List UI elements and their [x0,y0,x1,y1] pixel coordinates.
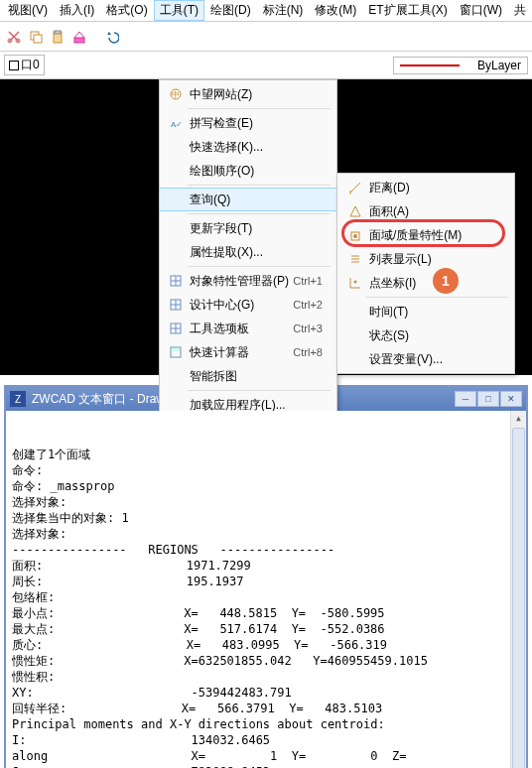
grid-icon [166,274,186,288]
svg-point-30 [354,281,357,284]
svg-rect-20 [172,348,180,351]
bylayer-box[interactable]: ByLayer [393,57,528,74]
menu-8[interactable]: 窗口(W) [454,0,508,21]
menu-separator [188,266,331,267]
submenu-item-label: 面域/质量特性(M) [365,227,506,244]
menu-0[interactable]: 视图(V) [2,0,54,21]
query-item-2[interactable]: 面域/质量特性(M) [337,223,514,247]
command-output: 创建了1个面域 命令: 命令: _massprop 选择对象: 选择集当中的对象… [12,447,520,768]
tools-item-2[interactable]: 快速选择(K)... [160,135,336,159]
menu-1[interactable]: 插入(I) [54,0,100,21]
svg-rect-6 [74,38,84,43]
grid-icon [166,298,186,312]
tools-item-1[interactable]: A✓拼写检查(E) [160,111,336,135]
pt-icon [345,276,365,290]
menu-item-label: 快速计算器 [186,344,293,361]
text-window-body: 创建了1个面域 命令: 命令: _massprop 选择对象: 选择集当中的对象… [6,411,526,768]
menu-item-label: 绘图顺序(O) [186,163,323,180]
svg-point-24 [353,234,357,238]
dist-icon [345,181,365,194]
abc-icon: A✓ [166,116,186,130]
menu-item-label: 更新字段(T) [186,220,323,237]
minimize-button[interactable]: ─ [455,391,476,407]
menu-item-label: 智能拆图 [186,368,323,385]
menu-separator [188,213,331,214]
scroll-thumb[interactable] [512,428,525,768]
submenu-item-label: 状态(S) [365,327,506,344]
menu-item-label: 设计中心(G) [186,297,293,314]
menu-6[interactable]: 修改(M) [309,0,362,21]
query-item-4[interactable]: 点坐标(I) [337,271,514,295]
submenu-item-label: 面积(A) [365,203,506,220]
copy-icon[interactable] [26,27,46,47]
list-icon [345,252,365,266]
shortcut-label: Ctrl+3 [293,322,323,334]
scroll-up-icon[interactable]: ▲ [511,411,526,427]
tools-item-9[interactable]: 工具选项板Ctrl+3 [160,317,336,340]
undo-icon[interactable] [101,27,121,47]
menu-item-label: 查询(Q) [186,192,323,208]
menu-9[interactable]: 共 [508,0,532,21]
query-item-0[interactable]: 距离(D) [337,176,514,199]
svg-text:A✓: A✓ [171,120,183,129]
menu-separator [188,390,331,391]
svg-rect-5 [55,31,61,34]
area-icon [345,204,365,218]
query-item-6[interactable]: 状态(S) [337,323,514,347]
grid-icon [166,321,186,335]
mass-icon [345,228,365,242]
submenu-item-label: 时间(T) [365,304,506,320]
menu-item-label: 拼写检查(E) [186,115,323,132]
menu-7[interactable]: ET扩展工具(X) [362,0,453,21]
query-item-7[interactable]: 设置变量(V)... [337,347,514,371]
tools-item-11[interactable]: 智能拆图 [160,364,336,388]
shortcut-label: Ctrl+1 [293,275,323,287]
tools-item-6[interactable]: 属性提取(X)... [160,240,336,264]
menu-separator [365,297,508,298]
menu-5[interactable]: 标注(N) [257,0,310,21]
menu-item-label: 属性提取(X)... [186,244,323,261]
svg-rect-3 [34,35,42,43]
query-submenu: 距离(D)面积(A)面域/质量特性(M)列表显示(L)点坐标(I)时间(T)状态… [336,173,515,374]
menu-separator [188,108,331,109]
tools-item-10[interactable]: 快速计算器Ctrl+8 [160,340,336,364]
text-window: Z ZWCAD 文本窗口 - Drawing1 ─ □ ✕ 创建了1个面域 命令… [4,385,528,768]
svg-line-21 [350,183,360,192]
menu-4[interactable]: 绘图(D) [204,0,257,21]
query-item-3[interactable]: 列表显示(L) [337,247,514,271]
cut-icon[interactable] [4,27,24,47]
tools-item-3[interactable]: 绘图顺序(O) [160,159,336,183]
tools-item-7[interactable]: 对象特性管理器(P)Ctrl+1 [160,269,336,293]
shortcut-label: Ctrl+8 [293,346,323,358]
submenu-item-label: 距离(D) [365,180,506,196]
bylayer-label: ByLayer [477,59,521,72]
menu-item-label: 对象特性管理器(P) [186,273,293,290]
drawing-area: 中中望网站(Z)A✓拼写检查(E)快速选择(K)...绘图顺序(O)查询(Q)更… [0,79,532,375]
tools-item-4[interactable]: 查询(Q) [160,188,336,211]
menu-separator [188,185,331,186]
tools-item-8[interactable]: 设计中心(G)Ctrl+2 [160,293,336,317]
linetype-preview [400,64,460,66]
layer-zero-label: 口0 [21,57,40,73]
color-swatch-icon [9,61,19,70]
menu-item-label: 工具选项板 [186,320,293,337]
submenu-item-label: 列表显示(L) [365,251,506,268]
menu-item-label: 中望网站(Z) [186,86,323,103]
close-button[interactable]: ✕ [500,391,522,407]
paste-icon[interactable] [48,27,67,47]
match-prop-icon[interactable] [69,27,89,47]
query-item-5[interactable]: 时间(T) [337,300,514,323]
calc-icon [166,345,186,359]
scrollbar[interactable]: ▲ ▼ [510,411,526,768]
menu-2[interactable]: 格式(O) [100,0,153,21]
submenu-item-label: 设置变量(V)... [365,351,506,368]
layer-zero-box[interactable]: 口0 [4,55,45,75]
query-item-1[interactable]: 面积(A) [337,199,514,223]
shortcut-label: Ctrl+2 [293,299,323,311]
layer-row: 口0 ByLayer [0,52,532,79]
menu-3[interactable]: 工具(T) [154,0,204,21]
maximize-button[interactable]: □ [477,391,499,407]
callout-1: 1 [433,268,459,294]
tools-item-5[interactable]: 更新字段(T) [160,216,336,240]
tools-item-0[interactable]: 中中望网站(Z) [160,82,336,106]
